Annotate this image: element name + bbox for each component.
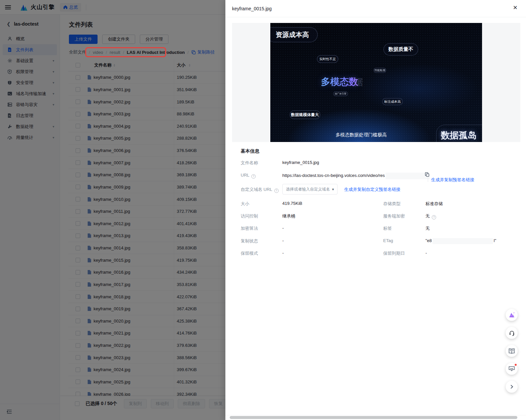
field-tag-value: 无 (425, 225, 430, 231)
feedback-mail-float-button[interactable] (506, 363, 518, 375)
field-etag-value: "e8l" (425, 238, 496, 244)
preview-label-quality: 数据质量不 (384, 43, 418, 56)
generate-presigned-url-link[interactable]: 生成并复制预签名链接 (431, 177, 474, 182)
sse-help-icon[interactable]: ? (432, 215, 436, 219)
custom-domain-select[interactable]: 选择或者输入自定义域名 ▾ (282, 184, 338, 195)
preview-strip: 资源成本高 实时性不足 数据质量不 性能瓶颈 多模态数 据 搜广推引擎 标注成本… (232, 23, 520, 142)
url-help-icon[interactable]: ? (251, 174, 256, 179)
docs-book-float-button[interactable] (506, 345, 518, 357)
generate-custom-presigned-url-link[interactable]: 生成并复制自定义预签名链接 (344, 187, 400, 193)
preview-label-realtime: 实时性不足 (317, 55, 338, 63)
basic-info-title: 基本信息 (241, 148, 259, 154)
field-sse-label: 服务端加密 (383, 213, 405, 219)
chevron-down-icon: ▾ (332, 187, 334, 192)
floating-buttons (506, 309, 518, 393)
field-acl-label: 访问控制 (241, 213, 258, 219)
preview-label-island: 数据孤岛 (441, 129, 477, 141)
field-copy-status-value: - (282, 238, 284, 243)
field-size-value: 419.75KiB (282, 201, 302, 206)
close-icon[interactable]: × (513, 4, 517, 11)
preview-label-cost: 资源成本高 (270, 27, 318, 42)
docs-book-icon (508, 348, 515, 354)
url-redacted-segment (386, 173, 430, 179)
field-etag-label: ETag (383, 238, 393, 243)
field-url-value: https://las-doctest.tos-cn-beijing.volce… (282, 173, 430, 179)
field-retention-value: - (282, 250, 284, 255)
scrollbar-track-line (225, 415, 526, 415)
field-algo-value: - (282, 225, 284, 230)
drawer-title: keyframe_0015.jpg (232, 6, 272, 11)
field-retention-label: 保留模式 (241, 250, 258, 256)
field-retention-date-label: 保留到期日 (383, 250, 405, 256)
etag-redacted-segment (432, 238, 493, 244)
field-storage-label: 存储类型 (383, 201, 400, 207)
app-root: 火山引擎 总览 ❮ las-doctest 概览文件列表基础设置▾权限管理▾安全… (0, 0, 526, 420)
field-copy-status-label: 复制状态 (241, 238, 258, 244)
keyframe-preview-image[interactable]: 资源成本高 实时性不足 数据质量不 性能瓶颈 多模态数 据 搜广推引擎 标注成本… (270, 23, 482, 142)
mascot-float-button[interactable] (506, 309, 518, 321)
url-actions: 生成并复制预签名链接 (425, 172, 474, 183)
field-storage-value: 标准存储 (425, 201, 443, 207)
field-sse-value: 无? (425, 213, 436, 219)
chevron-right-float-button[interactable] (506, 381, 518, 393)
custom-domain-help-icon[interactable]: ? (274, 189, 279, 193)
preview-label-annotate: 标注成本高 (382, 98, 403, 105)
custom-domain-placeholder: 选择或者输入自定义域名 (286, 187, 332, 192)
field-retention-date-value: - (425, 250, 427, 255)
field-name-value: keyframe_0015.jpg (282, 160, 319, 165)
preview-headline-ghost: 据 (354, 76, 363, 88)
preview-label-tiny1: 性能瓶颈 (374, 68, 386, 73)
preview-headline: 多模态数 (321, 75, 358, 88)
field-tag-label: 标签 (383, 225, 392, 231)
headset-float-button[interactable] (506, 327, 518, 339)
file-detail-drawer: keyframe_0015.jpg × 资源成本高 实时性不足 数据质量不 性能… (225, 0, 526, 420)
field-acl-value: 继承桶 (282, 213, 295, 219)
chevron-right-icon (510, 384, 513, 389)
mascot-icon (508, 312, 515, 318)
field-size-label: 大小 (241, 201, 249, 207)
field-name-label: 文件名称 (241, 160, 258, 166)
headset-icon (509, 330, 515, 336)
drawer-header: keyframe_0015.jpg × (225, 0, 526, 17)
field-algo-label: 加密算法 (241, 225, 258, 231)
feedback-mail-icon (508, 366, 515, 372)
horizontal-scrollbar-thumb[interactable] (230, 416, 517, 419)
field-custom-domain-label: 自定义域名 URL? (241, 187, 279, 193)
preview-label-tiny2: 搜广推引擎 (333, 91, 348, 96)
preview-caption: 多模态数据处理门槛极高 (336, 132, 387, 138)
preview-label-scale: 数据规模体量大 (290, 110, 320, 119)
field-url-label: URL? (241, 173, 256, 179)
copy-url-icon[interactable] (425, 172, 474, 177)
notification-dot (514, 363, 517, 366)
